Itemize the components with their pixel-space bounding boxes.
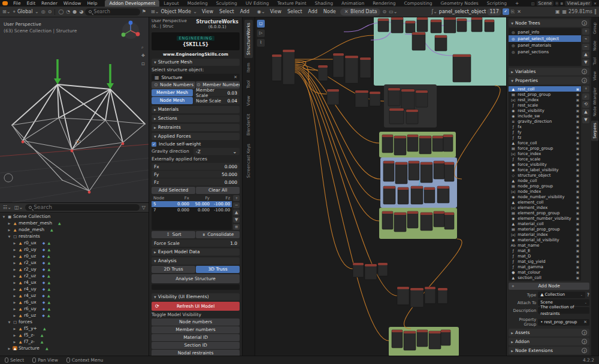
property-item[interactable]: ≡gravity_direction▣ [509, 119, 581, 124]
filter-button[interactable]: ≡ [233, 224, 240, 230]
node[interactable] [388, 88, 400, 106]
outliner-row[interactable]: ▶▲r0_ux◆▲ [0, 239, 149, 246]
refresh-property-button[interactable]: ⟲ [582, 101, 589, 108]
property-options-icon[interactable]: ▣ [576, 265, 579, 269]
property-options-icon[interactable]: ▣ [576, 136, 579, 139]
mode-2d-truss[interactable]: 2D Truss [152, 266, 195, 273]
menu-edit[interactable]: Edit [24, 1, 39, 6]
property-options-icon[interactable]: ▣ [576, 98, 579, 102]
help-icon[interactable]: ? [582, 330, 587, 335]
property-item[interactable]: ƒmat_E▣ [509, 248, 581, 253]
section-node-extensions[interactable]: ▶Node Extensions? [509, 347, 589, 354]
node[interactable] [389, 108, 404, 124]
outliner-row[interactable]: ▶▲r0_uz◆▲ [0, 253, 149, 259]
description-field[interactable]: The collection of restraints [538, 307, 589, 314]
serpens-icon[interactable]: ʃ⌄ [431, 9, 437, 14]
section-applied-forces[interactable]: ▼Applied Forces [152, 133, 240, 140]
outliner-row[interactable]: ▶▲f5_y+▲ [0, 325, 149, 332]
section-addon[interactable]: ▶Addon? [509, 338, 589, 345]
outliner-row[interactable]: ▼□restraints [0, 233, 149, 239]
tab-tool[interactable]: Tool [244, 77, 253, 92]
property-item[interactable]: ▤force_prop_group▣ [509, 145, 581, 151]
property-item[interactable]: ▲node_coll▣ [509, 178, 581, 183]
expander-icon[interactable]: ▼ [7, 235, 11, 238]
property-options-icon[interactable]: ▣ [576, 201, 579, 204]
expander-icon[interactable]: ▼ [7, 320, 11, 324]
property-options-icon[interactable]: ▣ [576, 157, 579, 161]
node[interactable] [431, 20, 441, 33]
workspace-tab-uv-editing[interactable]: UV Editing [241, 0, 273, 7]
property-item[interactable]: [x]force_index▣ [509, 151, 581, 156]
node[interactable] [392, 330, 403, 348]
node[interactable] [437, 186, 449, 203]
outliner-row[interactable]: ▶▲r2_uz◆▲ [0, 272, 149, 279]
menu-node[interactable]: Node [320, 9, 339, 14]
outliner-row[interactable]: ▶▲Structure▲ [0, 345, 149, 351]
property-item[interactable]: ▲force_coll▣ [509, 140, 581, 145]
remove-tree-button[interactable]: − [582, 44, 589, 50]
pin-icon[interactable]: ⊙ [382, 9, 387, 14]
move-down-button[interactable]: ▼ [233, 217, 240, 223]
move-property-up-button[interactable]: ▲ [582, 109, 589, 116]
outliner-row[interactable]: ▶▲r2_ux◆▲ [0, 259, 149, 266]
node[interactable] [412, 32, 425, 50]
workspace-tab-compositing[interactable]: Compositing [400, 0, 436, 7]
outliner-row[interactable]: ▶▲r0_uy◆▲ [0, 246, 149, 253]
toggle-material-id[interactable]: Material ID [152, 334, 240, 341]
expander-icon[interactable]: ▶ [13, 254, 17, 258]
property-options-icon[interactable]: ▣ [576, 195, 579, 199]
menu-view[interactable]: View [267, 9, 285, 14]
outliner-row[interactable]: ▼□forces [0, 318, 149, 325]
node[interactable] [453, 54, 471, 82]
move-up-button[interactable]: ▲ [233, 210, 240, 216]
tab-node-wrangler[interactable]: Node Wrangler [591, 85, 598, 119]
clear-all-button[interactable]: Clear All [196, 187, 240, 194]
property-item[interactable]: ▤rest_prop_group▣ [509, 92, 581, 97]
node[interactable] [429, 331, 441, 349]
section-properties[interactable]: ▼Properties? [509, 77, 589, 84]
solid-shading-icon[interactable]: ◔ [65, 9, 71, 14]
help-icon[interactable]: ? [582, 339, 587, 344]
node-canvas[interactable]: ◻ ▷ ⌇ [255, 17, 506, 356]
force-table-row[interactable]: 70.0000.000-100.00 [152, 207, 232, 213]
property-item[interactable]: ƒfy▣ [509, 129, 581, 135]
property-options-icon[interactable]: ▣ [576, 190, 579, 193]
node-numbers-toggle[interactable]: ⊙ Node Numbers [152, 81, 195, 89]
section-analysis[interactable]: ▼Analysis [152, 257, 240, 265]
property-item[interactable]: ƒmat_sig_yield▣ [509, 259, 581, 264]
website-link[interactable]: www.EngineeringSkills.com [152, 52, 240, 57]
outliner-row[interactable]: ▼▦Scene Collection [0, 213, 149, 220]
remove-viewlayer-icon[interactable]: ✕ [594, 1, 597, 5]
section-export-model-data[interactable]: ▶Export Model Data [152, 248, 240, 256]
node[interactable] [327, 89, 339, 105]
expander-icon[interactable]: ▶ [13, 268, 17, 271]
node-mesh-toggle[interactable]: Node Mesh [152, 97, 193, 104]
node[interactable] [435, 35, 447, 51]
property-options-icon[interactable]: ▣ [576, 276, 579, 280]
property-item[interactable]: ◉include_sw▣ [509, 113, 581, 119]
toggle-member-numbers[interactable]: Member numbers [152, 326, 240, 333]
outliner-row[interactable]: ▶▲r2_uy◆▲ [0, 266, 149, 272]
node-tree-item[interactable]: ◎panel_select_object [509, 35, 581, 42]
node[interactable] [318, 65, 328, 81]
pause-icon[interactable]: ‖ [594, 9, 597, 14]
section-materials[interactable]: ▶Materials [152, 106, 240, 113]
expander-icon[interactable]: ▶ [13, 274, 17, 278]
workspace-tab-geometry-nodes[interactable]: Geometry Nodes [436, 0, 482, 7]
tab-serpens[interactable]: Serpens [591, 120, 598, 141]
property-item[interactable]: ◉node_number_visibility▣ [509, 194, 581, 199]
node[interactable] [407, 135, 418, 151]
node-scale-field[interactable]: Node Scale0.04 [193, 97, 240, 104]
menu-select[interactable]: Select [285, 9, 305, 14]
property-options-icon[interactable]: ▣ [576, 244, 579, 247]
expander-icon[interactable]: ▶ [13, 261, 17, 265]
node[interactable] [383, 161, 394, 181]
menu-select[interactable]: Select [216, 9, 237, 14]
tab-screencast-keys[interactable]: Screencast Keys [244, 141, 253, 181]
property-options-icon[interactable]: ▣ [576, 168, 579, 172]
gravity-dropdown[interactable]: -Z⌄ [193, 148, 240, 155]
property-item[interactable]: ◉force_visibility▣ [509, 162, 581, 167]
property-item[interactable]: ◉element_number_visibility▣ [509, 216, 581, 221]
outliner-row[interactable]: ▶▲r6_uz◆▲ [0, 312, 149, 318]
search-property-button[interactable]: ⌕ [582, 93, 589, 100]
